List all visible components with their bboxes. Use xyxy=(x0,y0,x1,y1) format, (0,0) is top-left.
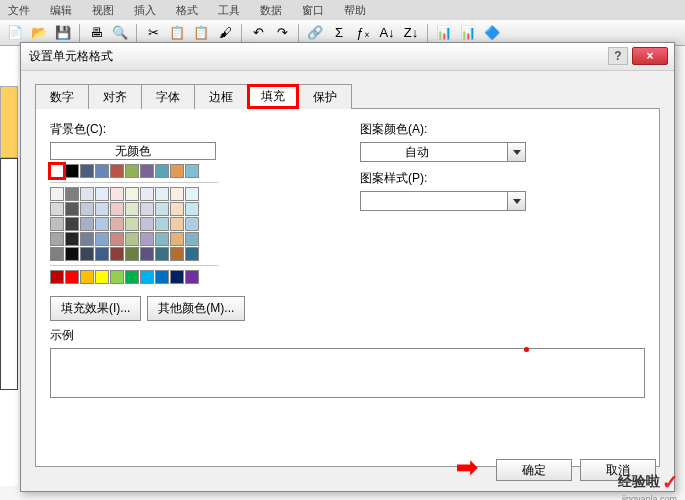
cut-icon[interactable]: ✂ xyxy=(142,23,164,43)
color-swatch[interactable] xyxy=(65,202,79,216)
sort-asc-icon[interactable]: A↓ xyxy=(376,23,398,43)
sum-icon[interactable]: Σ xyxy=(328,23,350,43)
color-swatch[interactable] xyxy=(170,247,184,261)
tab-fill[interactable]: 填充 xyxy=(247,84,299,109)
ok-button[interactable]: 确定 xyxy=(496,459,572,481)
color-swatch[interactable] xyxy=(155,164,169,178)
color-swatch[interactable] xyxy=(50,270,64,284)
color-swatch[interactable] xyxy=(170,217,184,231)
color-swatch[interactable] xyxy=(125,202,139,216)
tab-number[interactable]: 数字 xyxy=(35,84,89,109)
color-swatch[interactable] xyxy=(65,270,79,284)
color-swatch[interactable] xyxy=(140,164,154,178)
tab-alignment[interactable]: 对齐 xyxy=(88,84,142,109)
color-swatch[interactable] xyxy=(125,164,139,178)
close-button[interactable]: × xyxy=(632,47,668,65)
color-swatch[interactable] xyxy=(185,187,199,201)
color-swatch[interactable] xyxy=(50,202,64,216)
color-swatch[interactable] xyxy=(80,164,94,178)
color-swatch[interactable] xyxy=(185,270,199,284)
color-swatch[interactable] xyxy=(110,164,124,178)
color-swatch[interactable] xyxy=(155,187,169,201)
color-swatch[interactable] xyxy=(110,187,124,201)
fx-icon[interactable]: ƒₓ xyxy=(352,23,374,43)
color-swatch[interactable] xyxy=(80,217,94,231)
chart-icon[interactable]: 📊 xyxy=(433,23,455,43)
color-swatch[interactable] xyxy=(95,202,109,216)
dialog-titlebar[interactable]: 设置单元格格式 ? × xyxy=(21,43,674,71)
color-swatch[interactable] xyxy=(65,217,79,231)
color-swatch[interactable] xyxy=(95,232,109,246)
color-swatch[interactable] xyxy=(155,247,169,261)
preview-icon[interactable]: 🔍 xyxy=(109,23,131,43)
shape-icon[interactable]: 🔷 xyxy=(481,23,503,43)
color-swatch[interactable] xyxy=(125,217,139,231)
format-painter-icon[interactable]: 🖌 xyxy=(214,23,236,43)
menu-window[interactable]: 窗口 xyxy=(302,3,324,18)
color-swatch[interactable] xyxy=(140,217,154,231)
color-swatch[interactable] xyxy=(185,202,199,216)
menu-data[interactable]: 数据 xyxy=(260,3,282,18)
color-swatch[interactable] xyxy=(80,270,94,284)
color-swatch[interactable] xyxy=(170,187,184,201)
pattern-style-dropdown[interactable] xyxy=(360,191,526,211)
color-swatch[interactable] xyxy=(170,202,184,216)
color-swatch[interactable] xyxy=(140,187,154,201)
print-icon[interactable]: 🖶 xyxy=(85,23,107,43)
color-swatch[interactable] xyxy=(110,202,124,216)
color-swatch[interactable] xyxy=(50,217,64,231)
color-swatch[interactable] xyxy=(80,202,94,216)
color-swatch[interactable] xyxy=(50,247,64,261)
menu-format[interactable]: 格式 xyxy=(176,3,198,18)
color-swatch[interactable] xyxy=(125,270,139,284)
color-swatch[interactable] xyxy=(80,232,94,246)
tab-protection[interactable]: 保护 xyxy=(298,84,352,109)
menu-tools[interactable]: 工具 xyxy=(218,3,240,18)
color-swatch[interactable] xyxy=(65,164,79,178)
sort-desc-icon[interactable]: Z↓ xyxy=(400,23,422,43)
color-swatch[interactable] xyxy=(140,270,154,284)
color-swatch[interactable] xyxy=(95,247,109,261)
color-swatch[interactable] xyxy=(80,247,94,261)
color-swatch[interactable] xyxy=(95,217,109,231)
color-swatch[interactable] xyxy=(155,270,169,284)
color-swatch[interactable] xyxy=(155,232,169,246)
menu-help[interactable]: 帮助 xyxy=(344,3,366,18)
color-swatch[interactable] xyxy=(170,270,184,284)
fill-effects-button[interactable]: 填充效果(I)... xyxy=(50,296,141,321)
color-swatch[interactable] xyxy=(125,232,139,246)
color-swatch[interactable] xyxy=(185,164,199,178)
tab-font[interactable]: 字体 xyxy=(141,84,195,109)
redo-icon[interactable]: ↷ xyxy=(271,23,293,43)
color-swatch[interactable] xyxy=(140,202,154,216)
color-swatch[interactable] xyxy=(185,247,199,261)
color-swatch[interactable] xyxy=(110,270,124,284)
color-swatch[interactable] xyxy=(170,164,184,178)
color-swatch[interactable] xyxy=(95,270,109,284)
color-swatch[interactable] xyxy=(80,187,94,201)
more-colors-button[interactable]: 其他颜色(M)... xyxy=(147,296,245,321)
chart2-icon[interactable]: 📊 xyxy=(457,23,479,43)
color-swatch[interactable] xyxy=(110,247,124,261)
cancel-button[interactable]: 取消 xyxy=(580,459,656,481)
menu-view[interactable]: 视图 xyxy=(92,3,114,18)
color-swatch[interactable] xyxy=(125,247,139,261)
color-swatch[interactable] xyxy=(185,217,199,231)
color-swatch[interactable] xyxy=(65,187,79,201)
color-swatch[interactable] xyxy=(65,232,79,246)
copy-icon[interactable]: 📋 xyxy=(166,23,188,43)
save-icon[interactable]: 💾 xyxy=(52,23,74,43)
color-swatch[interactable] xyxy=(50,232,64,246)
color-swatch[interactable] xyxy=(65,247,79,261)
open-icon[interactable]: 📂 xyxy=(28,23,50,43)
color-swatch[interactable] xyxy=(140,232,154,246)
undo-icon[interactable]: ↶ xyxy=(247,23,269,43)
color-swatch[interactable] xyxy=(170,232,184,246)
color-swatch[interactable] xyxy=(95,187,109,201)
menu-file[interactable]: 文件 xyxy=(8,3,30,18)
paste-icon[interactable]: 📋 xyxy=(190,23,212,43)
tab-border[interactable]: 边框 xyxy=(194,84,248,109)
color-swatch[interactable] xyxy=(50,187,64,201)
no-color-button[interactable]: 无颜色 xyxy=(50,142,216,160)
help-button[interactable]: ? xyxy=(608,47,628,65)
